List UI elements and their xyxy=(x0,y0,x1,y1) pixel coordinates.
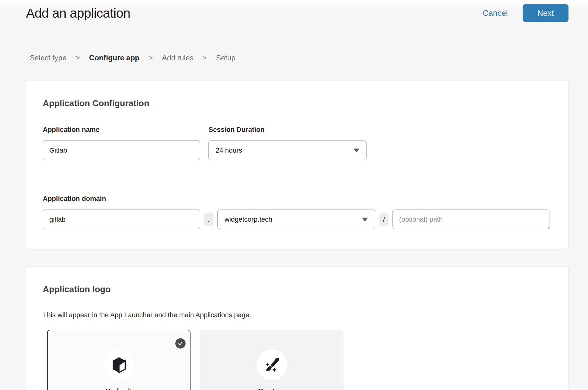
next-button[interactable]: Next xyxy=(523,4,568,22)
chevron-down-icon xyxy=(353,149,359,152)
session-duration-field: Session Duration 24 hours xyxy=(208,126,366,160)
application-configuration-card: Application Configuration Application na… xyxy=(26,80,568,249)
cancel-button[interactable]: Cancel xyxy=(483,8,508,18)
application-domain-label: Application domain xyxy=(43,195,550,203)
subdomain-input[interactable] xyxy=(43,210,200,229)
chevron-down-icon xyxy=(362,218,368,221)
check-icon xyxy=(178,340,183,346)
breadcrumb-separator: > xyxy=(203,54,207,62)
cube-icon xyxy=(111,356,127,374)
session-duration-select[interactable]: 24 hours xyxy=(208,141,366,160)
step-select-type[interactable]: Select type xyxy=(30,54,67,62)
session-duration-label: Session Duration xyxy=(208,126,366,134)
step-setup[interactable]: Setup xyxy=(216,54,235,62)
breadcrumb-separator: > xyxy=(149,54,153,62)
logo-option-default[interactable]: Default xyxy=(47,330,191,390)
logo-card-description: This will appear in the App Launcher and… xyxy=(43,311,550,319)
paintbrush-icon xyxy=(264,357,280,373)
step-configure-app[interactable]: Configure app xyxy=(89,54,140,62)
domain-select-value: widgetcorp.tech xyxy=(225,215,272,223)
configuration-card-title: Application Configuration xyxy=(43,98,550,108)
header-actions: Cancel Next xyxy=(483,4,568,22)
breadcrumb: Select type > Configure app > Add rules … xyxy=(30,54,568,62)
logo-option-label: Default xyxy=(106,387,132,390)
name-duration-row: Application name Session Duration 24 hou… xyxy=(43,126,550,160)
logo-option-tiles: Default Custom xyxy=(47,330,550,390)
step-add-rules[interactable]: Add rules xyxy=(162,54,193,62)
path-input[interactable] xyxy=(393,210,550,229)
breadcrumb-separator: > xyxy=(76,54,80,62)
custom-icon-circle xyxy=(257,349,287,380)
application-logo-card: Application logo This will appear in the… xyxy=(26,266,568,390)
slash-separator: / xyxy=(379,213,388,226)
domain-select[interactable]: widgetcorp.tech xyxy=(217,210,375,229)
application-name-input[interactable] xyxy=(43,141,200,160)
page-title: Add an application xyxy=(26,6,130,21)
selected-check-badge xyxy=(175,338,186,349)
page: Add an application Cancel Next Select ty… xyxy=(26,0,568,390)
application-name-label: Application name xyxy=(43,126,200,134)
application-name-field: Application name xyxy=(43,126,200,160)
logo-card-title: Application logo xyxy=(43,284,550,294)
session-duration-value: 24 hours xyxy=(216,146,242,154)
dot-separator: . xyxy=(204,213,213,226)
application-domain-row: . widgetcorp.tech / xyxy=(43,210,550,229)
top-bar: Add an application Cancel Next xyxy=(26,0,568,22)
default-icon-circle xyxy=(103,349,134,380)
logo-option-label: Custom xyxy=(257,387,286,390)
logo-option-custom[interactable]: Custom xyxy=(200,330,344,390)
